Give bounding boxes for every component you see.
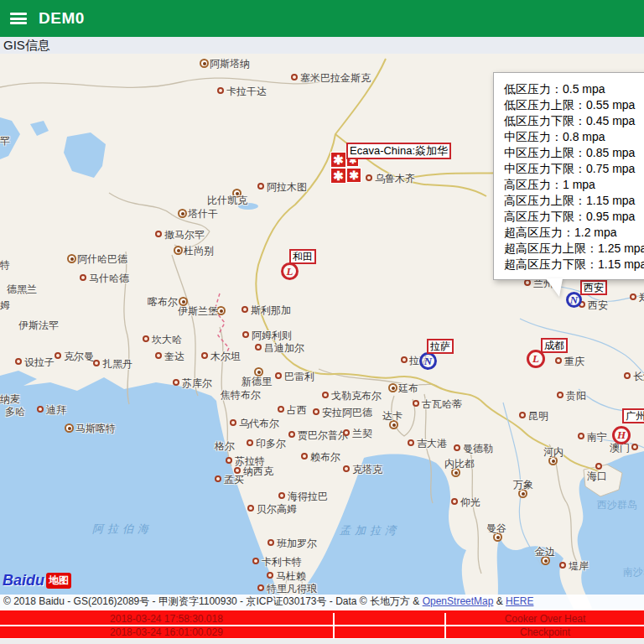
map-city-label: 海口 bbox=[587, 470, 607, 484]
site-label[interactable]: 和田 bbox=[289, 249, 316, 264]
pressure-line: 高区压力上限：1.15 mpa bbox=[504, 193, 644, 209]
map-attribution: © 2018 Baidu - GS(2016)2089号 - 甲测资字11009… bbox=[0, 595, 644, 609]
map-city-label: 苏库尔 bbox=[182, 377, 212, 391]
city-dot-icon bbox=[201, 352, 208, 359]
city-dot-icon bbox=[267, 539, 274, 546]
map-city-label: 撒马尔罕 bbox=[164, 228, 205, 242]
pressure-line: 高区压力：1 mpa bbox=[504, 177, 644, 193]
map-city-label: 奎达 bbox=[164, 350, 184, 364]
bottom-strip bbox=[0, 639, 644, 644]
city-dot-icon bbox=[226, 457, 232, 464]
page-title: GIS信息 bbox=[0, 37, 644, 54]
city-dot-icon bbox=[557, 392, 564, 398]
map-city-label: 乌代布尔 bbox=[239, 417, 279, 431]
map-city-label: 克塔克 bbox=[352, 463, 382, 477]
city-dot-icon bbox=[401, 356, 408, 363]
site-label[interactable]: 成都 bbox=[541, 338, 568, 353]
map-sea-label: 西沙群岛 bbox=[597, 498, 637, 512]
map-sea-label: 南沙群岛 bbox=[623, 565, 644, 579]
city-dot-icon bbox=[257, 584, 264, 591]
pressure-line: 低区压力：0.5 mpa bbox=[504, 81, 644, 97]
alarm-star-marker[interactable]: ✱ bbox=[330, 152, 346, 168]
map-city-label: 兰契 bbox=[352, 427, 372, 441]
map-city-label: 纳西克 bbox=[243, 465, 273, 479]
cluster-label[interactable]: Ecava-China:焱加华 bbox=[346, 143, 451, 159]
city-dot-icon bbox=[631, 444, 638, 450]
alarm-message: Cooker Over Heat bbox=[446, 613, 644, 625]
menu-hamburger-icon[interactable] bbox=[10, 13, 27, 24]
map-city-label: 长沙 bbox=[633, 370, 644, 384]
site-marker-h[interactable]: H bbox=[612, 426, 631, 444]
capital-dot-icon bbox=[67, 254, 76, 263]
map-city-label: 阿什哈巴德 bbox=[77, 252, 127, 267]
map-city-label: 西安 bbox=[588, 299, 608, 313]
city-dot-icon bbox=[55, 352, 61, 359]
attribution-text: © 2018 Baidu - GS(2016)2089号 - 甲测资字11009… bbox=[3, 595, 423, 607]
city-dot-icon bbox=[343, 465, 350, 472]
city-dot-icon bbox=[301, 453, 308, 460]
map-city-label: 扎黑丹 bbox=[102, 357, 132, 371]
city-dot-icon bbox=[80, 274, 86, 281]
city-dot-icon bbox=[524, 279, 531, 286]
map-city-label: 特 bbox=[0, 258, 10, 273]
site-marker-n[interactable]: N bbox=[419, 352, 437, 370]
map-city-label: 马斯喀特 bbox=[75, 422, 116, 436]
city-dot-icon bbox=[275, 372, 282, 379]
here-link[interactable]: HERE bbox=[506, 595, 533, 607]
map-city-label: 赖布尔 bbox=[310, 450, 340, 465]
map-city-label: 多哈 bbox=[5, 405, 25, 419]
map-city-label: 吉大港 bbox=[417, 437, 447, 451]
baidu-logo-text: Baidu bbox=[3, 572, 44, 589]
pressure-line: 高区压力下限：0.95 mpa bbox=[504, 209, 644, 225]
alarm-star-marker[interactable]: ✱ bbox=[330, 168, 346, 184]
site-marker-l[interactable]: L bbox=[281, 262, 299, 280]
city-dot-icon bbox=[242, 306, 248, 313]
city-dot-icon bbox=[343, 429, 350, 436]
city-dot-icon bbox=[408, 439, 414, 446]
map-city-label: 伊斯法罕 bbox=[18, 319, 59, 333]
pressure-line: 低区压力下限：0.45 mpa bbox=[504, 113, 644, 129]
city-dot-icon bbox=[242, 331, 249, 338]
map-city-label: 南宁 bbox=[587, 430, 607, 444]
city-dot-icon bbox=[252, 558, 259, 564]
map-city-label: 万象 bbox=[513, 478, 533, 492]
map-city-label: 曼谷 bbox=[486, 522, 506, 536]
city-dot-icon bbox=[247, 439, 253, 446]
map-city-label: 姆 bbox=[0, 299, 10, 313]
city-dot-icon bbox=[322, 392, 329, 398]
city-dot-icon bbox=[559, 562, 566, 569]
map-city-label: 马什哈德 bbox=[89, 272, 129, 286]
map-city-label: 罕 bbox=[0, 134, 10, 148]
map-city-label: 河内 bbox=[543, 445, 564, 460]
baidu-map-canvas[interactable]: 低区压力：0.5 mpa低区压力上限：0.55 mpa低区压力下限：0.45 m… bbox=[0, 54, 644, 609]
map-city-label: 焦特布尔 bbox=[221, 388, 261, 402]
city-dot-icon bbox=[451, 498, 458, 505]
pressure-line: 超高区压力：1.2 mpa bbox=[504, 225, 644, 241]
city-dot-icon bbox=[215, 475, 221, 482]
capital-dot-icon bbox=[388, 383, 397, 392]
alarm-table: 2018-03-24 17:58:30.018 Cooker Over Heat… bbox=[0, 610, 644, 638]
city-dot-icon bbox=[630, 293, 636, 300]
alarm-message: Checkpoint bbox=[446, 626, 644, 638]
map-city-label: 阿拉木图 bbox=[267, 180, 307, 195]
city-dot-icon bbox=[313, 408, 319, 415]
city-dot-icon bbox=[278, 406, 284, 413]
site-label[interactable]: 西安 bbox=[580, 280, 607, 295]
city-dot-icon bbox=[267, 572, 273, 579]
city-dot-icon bbox=[291, 74, 298, 80]
map-city-label: 仰光 bbox=[460, 496, 480, 510]
site-label[interactable]: 拉萨 bbox=[427, 339, 454, 354]
site-label[interactable]: 广州 bbox=[622, 408, 644, 423]
openstreetmap-link[interactable]: OpenStreetMap bbox=[423, 595, 494, 607]
map-city-label: 贵阳 bbox=[566, 389, 586, 403]
map-city-label: 德黑兰 bbox=[7, 283, 37, 297]
map-city-label: 坎大哈 bbox=[152, 333, 182, 347]
alarm-time: 2018-03-24 16:01:00.029 bbox=[0, 626, 333, 638]
map-city-label: 塞米巴拉金斯克 bbox=[300, 71, 371, 86]
city-dot-icon bbox=[257, 183, 264, 190]
pressure-line: 中区压力：0.8 mpa bbox=[504, 129, 644, 145]
map-city-label: 卡拉干达 bbox=[226, 85, 267, 99]
alarm-star-marker[interactable]: ✱ bbox=[346, 168, 361, 183]
map-city-label: 喀布尔 bbox=[148, 295, 178, 309]
city-dot-icon bbox=[288, 431, 295, 438]
